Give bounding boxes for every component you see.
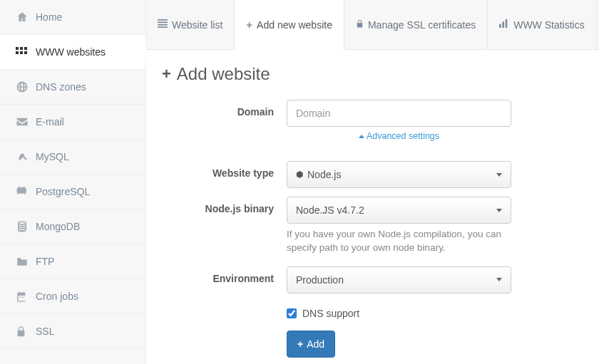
- dns-support-checkbox[interactable]: DNS support: [287, 308, 511, 319]
- advanced-settings-text: Advanced settings: [367, 131, 439, 141]
- globe-icon: [16, 80, 36, 93]
- sidebar-item-cron[interactable]: Cron jobs: [0, 279, 145, 314]
- tab-manage-ssl[interactable]: Manage SSL certificates: [344, 0, 488, 49]
- svg-rect-0: [16, 47, 19, 50]
- sidebar-item-ssl[interactable]: SSL: [0, 314, 145, 349]
- sidebar-item-label: Cron jobs: [36, 291, 78, 302]
- tab-label: Manage SSL certificates: [368, 19, 476, 31]
- envelope-icon: [16, 117, 36, 127]
- sidebar-item-home[interactable]: Home: [0, 0, 145, 35]
- sidebar-item-label: DNS zones: [36, 81, 86, 93]
- svg-rect-2: [24, 47, 27, 50]
- lock-icon: [356, 19, 364, 31]
- advanced-settings-link[interactable]: Advanced settings: [287, 131, 511, 141]
- tab-website-list[interactable]: Website list: [146, 0, 235, 49]
- sidebar-item-label: SSL: [36, 326, 54, 337]
- plus-icon: +: [162, 65, 171, 83]
- svg-rect-6: [158, 19, 168, 21]
- sidebar-item-email[interactable]: E-mail: [0, 105, 145, 140]
- environment-label: Environment: [162, 266, 287, 284]
- caret-down-icon: [496, 173, 502, 177]
- sidebar: Home WWW websites DNS zones E-mail: [0, 0, 146, 364]
- sidebar-item-mysql[interactable]: MySQL: [0, 140, 145, 175]
- environment-select[interactable]: Production: [287, 266, 511, 293]
- svg-rect-7: [158, 21, 168, 23]
- caret-up-icon: [359, 135, 364, 138]
- page-title-text: Add website: [177, 64, 270, 84]
- sidebar-item-label: WWW websites: [36, 46, 106, 58]
- tab-www-stats[interactable]: WWW Statistics: [488, 0, 597, 49]
- main-panel: Website list + Add new website Manage SS…: [146, 0, 599, 364]
- mysql-icon: [16, 150, 36, 163]
- sidebar-item-label: E-mail: [36, 116, 64, 128]
- chart-icon: [499, 19, 509, 30]
- svg-rect-3: [16, 51, 19, 54]
- postgresql-icon: [16, 185, 36, 198]
- lock-icon: [16, 326, 36, 338]
- sidebar-item-ftp[interactable]: FTP: [0, 244, 145, 279]
- tab-label: Add new website: [257, 19, 332, 31]
- tabs: Website list + Add new website Manage SS…: [146, 0, 599, 50]
- sidebar-item-postgresql[interactable]: PostgreSQL: [0, 175, 145, 209]
- caret-down-icon: [496, 209, 502, 212]
- folder-icon: [16, 256, 36, 267]
- svg-rect-8: [158, 24, 168, 26]
- add-button-label: Add: [307, 338, 324, 350]
- calendar-icon: [16, 291, 36, 303]
- svg-rect-4: [20, 51, 23, 54]
- svg-rect-5: [24, 51, 27, 54]
- list-icon: [158, 19, 168, 30]
- sidebar-item-www[interactable]: WWW websites: [0, 35, 145, 70]
- website-type-value: Node.js: [307, 169, 341, 180]
- tab-add-website[interactable]: + Add new website: [235, 0, 344, 50]
- nodejs-icon: ⬢: [296, 170, 303, 180]
- caret-down-icon: [496, 278, 502, 281]
- sidebar-item-label: MySQL: [36, 151, 69, 162]
- page-title: + Add website: [162, 64, 583, 84]
- svg-rect-10: [499, 24, 501, 28]
- plus-icon: +: [246, 19, 252, 31]
- svg-rect-12: [506, 19, 508, 28]
- website-type-select[interactable]: ⬢ Node.js: [287, 161, 511, 188]
- dns-support-label: DNS support: [302, 308, 359, 319]
- grid-icon: [16, 47, 36, 57]
- plus-icon: +: [297, 338, 303, 350]
- tab-label: WWW Statistics: [513, 19, 585, 31]
- svg-rect-11: [503, 21, 505, 28]
- sidebar-item-mongodb[interactable]: MongoDB: [0, 209, 145, 244]
- node-binary-select[interactable]: Node.JS v4.7.2: [287, 197, 511, 224]
- sidebar-item-label: Home: [36, 11, 62, 23]
- node-binary-value: Node.JS v4.7.2: [296, 204, 364, 216]
- home-icon: [16, 11, 36, 24]
- svg-rect-9: [158, 26, 168, 28]
- node-binary-label: Node.js binary: [162, 197, 287, 214]
- add-button[interactable]: + Add: [287, 331, 335, 358]
- domain-input[interactable]: [287, 100, 511, 127]
- environment-value: Production: [296, 274, 344, 286]
- sidebar-item-label: MongoDB: [36, 221, 80, 232]
- dns-support-input[interactable]: [287, 308, 297, 318]
- sidebar-item-dns[interactable]: DNS zones: [0, 70, 145, 105]
- content: + Add website Domain Advanced settings W…: [146, 50, 599, 364]
- website-type-label: Website type: [162, 161, 287, 179]
- svg-rect-1: [20, 47, 23, 50]
- node-binary-help: If you have your own Node.js compilation…: [287, 228, 511, 255]
- sidebar-item-label: FTP: [36, 256, 54, 267]
- domain-label: Domain: [162, 100, 287, 118]
- sidebar-item-label: PostgreSQL: [36, 186, 90, 197]
- database-icon: [16, 220, 36, 233]
- tab-label: Website list: [172, 19, 222, 31]
